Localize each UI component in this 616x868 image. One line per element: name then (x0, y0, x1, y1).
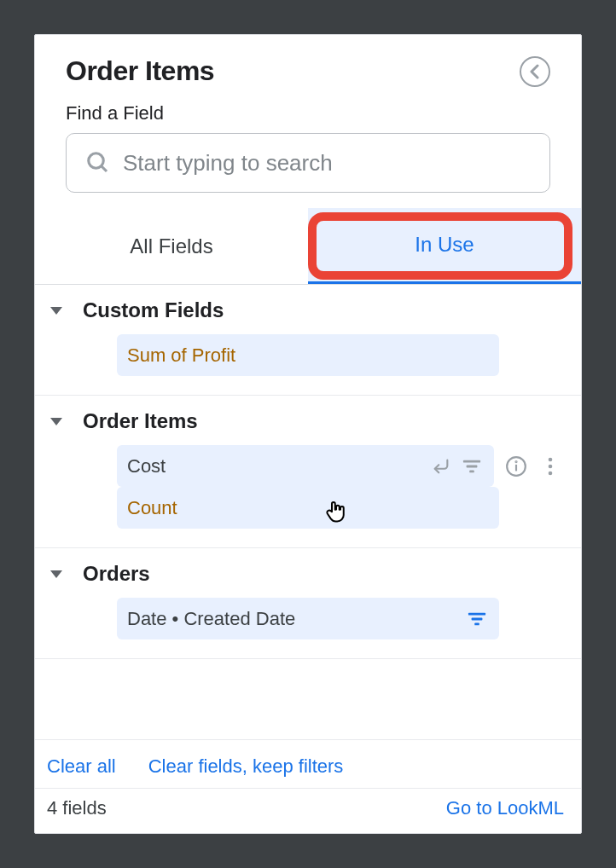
tab-in-use[interactable]: In Use (308, 208, 581, 284)
svg-rect-2 (463, 460, 480, 462)
chevron-left-icon (529, 64, 541, 79)
search-label: Find a Field (66, 102, 550, 124)
svg-point-7 (515, 461, 516, 462)
svg-rect-3 (467, 465, 478, 467)
section-custom-fields: Custom Fields Sum of Profit (35, 285, 581, 396)
field-trailing-actions (494, 454, 567, 478)
chevron-down-icon (50, 307, 62, 315)
svg-point-0 (89, 153, 104, 169)
svg-rect-11 (468, 612, 485, 615)
field-row-cost: Cost (117, 445, 567, 487)
section-orders: Orders Date • Created Date (35, 548, 581, 659)
section-name: Orders (83, 562, 150, 586)
svg-point-8 (549, 457, 553, 461)
field-tabs: All Fields In Use (35, 208, 581, 285)
pivot-icon[interactable] (429, 454, 453, 478)
field-label: Cost (127, 455, 422, 477)
explore-title: Order Items (66, 55, 214, 87)
search-block: Find a Field (35, 94, 581, 208)
chevron-down-icon (50, 570, 62, 578)
field-picker-panel: Order Items Find a Field All Fields In U… (34, 34, 582, 834)
section-toggle-order-items[interactable]: Order Items (44, 409, 572, 445)
clear-actions-bar: Clear all Clear fields, keep filters (35, 739, 581, 788)
field-count[interactable]: Count (117, 487, 499, 529)
field-cost[interactable]: Cost (117, 445, 494, 487)
svg-rect-4 (469, 470, 474, 472)
search-field-wrapper[interactable] (66, 133, 550, 193)
field-sum-of-profit[interactable]: Sum of Profit (117, 334, 499, 376)
panel-header: Order Items (35, 35, 581, 94)
clear-fields-keep-filters-button[interactable]: Clear fields, keep filters (148, 755, 344, 778)
svg-rect-12 (472, 617, 483, 620)
search-input[interactable] (123, 150, 531, 176)
field-label: Count (127, 497, 489, 519)
panel-footer: 4 fields Go to LookML (35, 788, 581, 833)
field-label: Date • Created Date (127, 608, 458, 630)
section-name: Order Items (83, 409, 198, 433)
chevron-down-icon (50, 418, 62, 425)
search-icon (85, 150, 111, 176)
svg-point-10 (549, 471, 553, 475)
go-to-lookml-link[interactable]: Go to LookML (446, 797, 564, 819)
field-scroll-area[interactable]: Custom Fields Sum of Profit Order Items … (35, 285, 581, 739)
svg-rect-13 (474, 622, 479, 625)
clear-all-button[interactable]: Clear all (47, 755, 116, 778)
svg-line-1 (102, 166, 107, 171)
kebab-menu-icon[interactable] (538, 454, 562, 478)
collapse-button[interactable] (520, 56, 550, 87)
section-toggle-custom-fields[interactable]: Custom Fields (44, 298, 572, 334)
section-toggle-orders[interactable]: Orders (44, 562, 572, 598)
info-icon[interactable] (504, 454, 528, 478)
section-name: Custom Fields (83, 298, 224, 322)
section-order-items: Order Items Cost (35, 396, 581, 548)
field-label: Sum of Profit (127, 344, 489, 367)
filter-icon[interactable] (460, 454, 484, 478)
field-date-created-date[interactable]: Date • Created Date (117, 598, 499, 639)
tab-all-fields[interactable]: All Fields (35, 208, 308, 284)
field-count-label: 4 fields (47, 797, 107, 819)
svg-point-9 (549, 464, 553, 468)
filter-active-icon (465, 607, 489, 631)
